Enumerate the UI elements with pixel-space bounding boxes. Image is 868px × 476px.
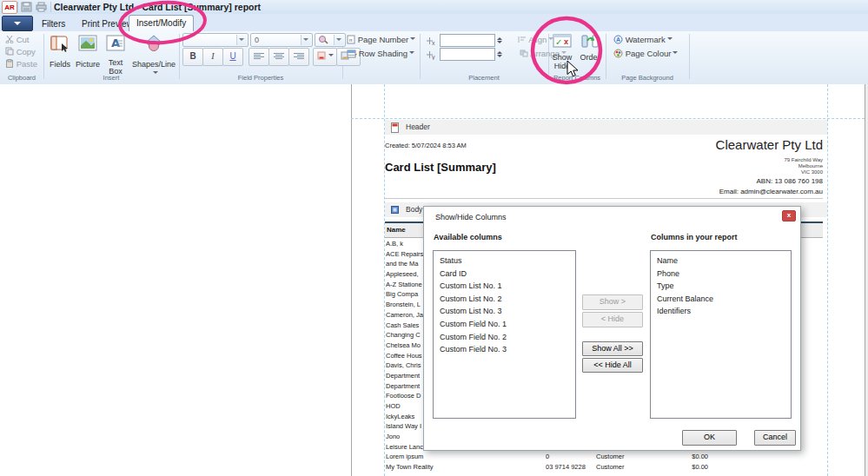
titlebar-separator — [17, 2, 18, 12]
group-separator — [420, 34, 421, 79]
tab-filters[interactable]: Filters — [35, 17, 72, 31]
align-right-button[interactable] — [288, 48, 309, 66]
page-number-label: Page Number — [358, 35, 409, 44]
row-shading-button[interactable]: Row Shading — [347, 49, 414, 60]
shapes-line-button[interactable]: Shapes/Line — [130, 34, 177, 77]
fields-button[interactable]: Fields — [47, 34, 73, 72]
ok-button[interactable]: OK — [682, 430, 737, 446]
y-position-input[interactable] — [440, 48, 495, 61]
table-row[interactable]: My Town Reality 03 9714 9228 Customer $0… — [385, 462, 823, 473]
table-row[interactable]: Lorem ipsum 0 Customer $0.00 — [385, 452, 823, 462]
body-band-icon — [391, 206, 399, 214]
available-columns-listbox[interactable]: StatusCard IDCustom List No. 1Custom Lis… — [433, 250, 576, 419]
report-company-name[interactable]: Clearwater Pty Ltd — [606, 137, 823, 152]
header-band-icon — [391, 122, 399, 133]
header-band[interactable]: Header — [385, 120, 827, 135]
list-item[interactable]: Current Balance — [651, 293, 791, 306]
font-name-combo[interactable] — [182, 33, 248, 47]
x-position-spinner[interactable] — [495, 33, 505, 46]
chevron-down-icon — [410, 37, 415, 43]
cut-button[interactable]: Cut — [5, 35, 29, 46]
cancel-button[interactable]: Cancel — [754, 430, 796, 446]
watermark-button[interactable]: A Watermark — [613, 35, 673, 46]
page-colour-button[interactable]: Page Colour — [613, 49, 678, 60]
picture-label: Picture — [75, 60, 101, 69]
tab-insert-modify[interactable]: Insert/Modify — [129, 15, 194, 32]
dialog-title: Show/Hide Columns — [435, 213, 507, 221]
window-title: Clearwater Pty Ltd - Card List [Summary]… — [54, 2, 261, 12]
list-item[interactable]: Custom List No. 1 — [434, 280, 575, 293]
combo-dropdown[interactable] — [236, 35, 247, 45]
address-line: VIC 3000 — [606, 169, 823, 175]
bold-button[interactable]: B — [182, 48, 203, 66]
save-icon[interactable] — [21, 2, 32, 12]
text-box-icon: A — [105, 34, 126, 53]
combo-dropdown[interactable] — [301, 35, 311, 45]
cell-balance: $0.00 — [665, 462, 708, 473]
page-left-edge — [351, 84, 352, 476]
list-item[interactable]: Custom Field No. 3 — [434, 343, 575, 356]
header-band-label: Header — [406, 120, 430, 135]
close-icon[interactable]: x — [782, 210, 796, 221]
paste-icon — [5, 59, 14, 68]
list-item[interactable]: Phone — [651, 268, 791, 281]
show-hide-columns-dialog: Show/Hide Columns x Available columns Co… — [423, 206, 801, 451]
italic-button[interactable]: I — [202, 48, 223, 66]
list-item[interactable]: Custom List No. 3 — [434, 305, 575, 318]
font-colour-split-button[interactable] — [313, 48, 337, 66]
ribbon-tab-strip: Filters Print Preview Insert/Modify — [0, 14, 868, 31]
cell-phone: 0 — [546, 452, 596, 462]
list-item[interactable]: Custom Field No. 2 — [434, 331, 575, 344]
copy-button[interactable]: Copy — [5, 47, 36, 58]
chevron-down-icon — [667, 37, 673, 43]
list-item[interactable]: Card ID — [434, 268, 575, 281]
y-position-spinner[interactable] — [495, 47, 505, 60]
font-size-combo[interactable]: 0 — [250, 33, 313, 47]
order-button[interactable]: Order — [576, 34, 604, 77]
svg-text:A: A — [616, 36, 620, 43]
align-left-icon — [254, 53, 264, 61]
picture-icon — [77, 34, 98, 53]
show-hide-button[interactable]: ✓ x Show Hide — [550, 34, 574, 77]
align-label: Align — [528, 35, 547, 44]
list-item[interactable]: Identifiers — [651, 305, 791, 318]
list-item[interactable]: Custom List No. 2 — [434, 293, 575, 306]
page-colour-label: Page Colour — [626, 49, 672, 58]
list-item[interactable]: Type — [651, 280, 791, 293]
report-columns-listbox[interactable]: NamePhoneTypeCurrent BalanceIdentifiers — [650, 250, 792, 419]
format-painter-split-button[interactable] — [315, 33, 346, 47]
hide-button[interactable]: < Hide — [582, 312, 643, 327]
application-menu-button[interactable] — [2, 16, 33, 31]
report-company-address: 79 Fairchild WayMelbourneVIC 3000 — [606, 157, 823, 175]
show-all-button[interactable]: Show All >> — [582, 341, 643, 356]
align-left-button[interactable] — [248, 48, 269, 66]
shapes-line-label: Shapes/Line — [130, 60, 177, 69]
watermark-icon: A — [613, 35, 623, 44]
list-item[interactable]: Name — [651, 255, 791, 268]
page-number-button[interactable]: n Page Number — [347, 35, 415, 46]
combo-dropdown[interactable] — [334, 35, 344, 45]
paste-label: Paste — [17, 59, 37, 69]
report-title[interactable]: Card List [Summary] — [385, 161, 496, 174]
align-button[interactable]: Align — [518, 35, 553, 46]
cell-name: My Town Reality — [386, 462, 544, 473]
address-line: 79 Fairchild Way — [606, 157, 823, 163]
align-center-icon — [274, 53, 284, 61]
paste-button[interactable]: Paste — [5, 59, 37, 70]
x-position-input[interactable] — [440, 34, 495, 47]
show-button[interactable]: Show > — [582, 294, 643, 310]
hide-all-button[interactable]: << Hide All — [582, 358, 643, 373]
print-icon[interactable] — [36, 2, 47, 12]
align-center-button[interactable] — [268, 48, 289, 66]
margin-guide-top — [351, 118, 865, 119]
text-box-label-1: Text — [103, 58, 129, 67]
report-email: Email: admin@clearwater.com.au — [606, 188, 823, 195]
list-item[interactable]: Custom Field No. 1 — [434, 318, 575, 331]
body-band-label: Body — [406, 202, 422, 217]
text-box-button[interactable]: A Text Box — [103, 34, 129, 77]
chevron-down-icon — [328, 54, 334, 59]
picture-button[interactable]: Picture — [75, 34, 101, 72]
svg-text:✓: ✓ — [555, 37, 562, 47]
underline-button[interactable]: U — [222, 48, 243, 66]
list-item[interactable]: Status — [434, 255, 575, 268]
